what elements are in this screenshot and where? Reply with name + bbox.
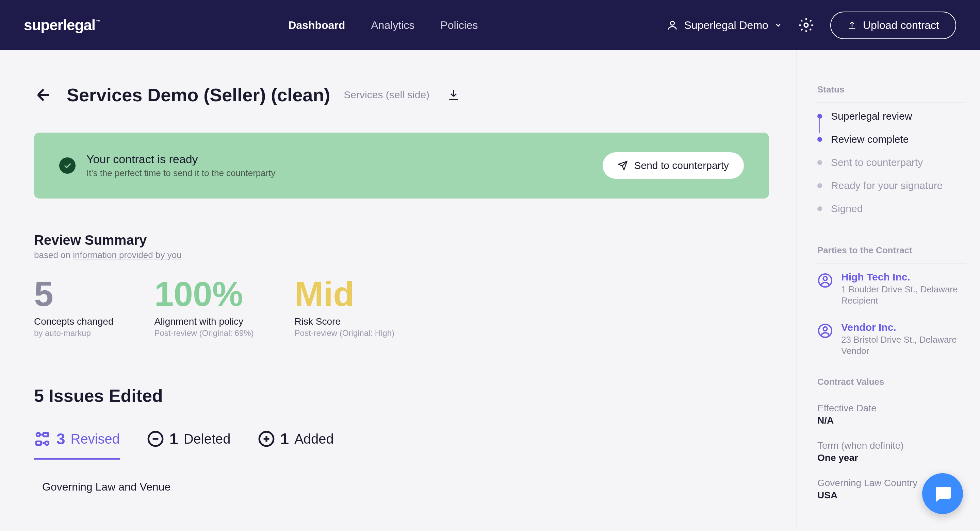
status-signed: Signed: [817, 203, 966, 214]
review-summary: Review Summary based on information prov…: [34, 233, 769, 338]
tab-deleted[interactable]: 1 Deleted: [147, 430, 231, 460]
party-recipient: High Tech Inc. 1 Boulder Drive St., Dela…: [817, 271, 966, 306]
party-icon: [817, 323, 833, 339]
upload-contract-button[interactable]: Upload contract: [830, 11, 956, 39]
settings-icon[interactable]: [798, 17, 814, 33]
info-provided-link[interactable]: information provided by you: [73, 250, 181, 260]
status-list: Superlegal review Review complete Sent t…: [817, 111, 966, 214]
page-subtitle: Services (sell side): [344, 89, 430, 101]
upload-icon: [847, 21, 857, 30]
tab-added[interactable]: 1 Added: [258, 430, 334, 460]
parties-heading: Parties to the Contract: [817, 245, 966, 264]
issue-item[interactable]: Governing Law and Venue: [42, 481, 769, 493]
contract-values-heading: Contract Values: [817, 377, 966, 395]
banner-subtitle: It's the perfect time to send it to the …: [86, 168, 275, 179]
status-ready-signature: Ready for your signature: [817, 180, 966, 192]
banner-title: Your contract is ready: [86, 153, 275, 166]
download-icon[interactable]: [447, 89, 460, 101]
tab-revised[interactable]: 3 Revised: [34, 430, 120, 460]
chat-icon: [932, 483, 953, 504]
status-review-complete: Review complete: [817, 133, 966, 145]
review-summary-sub: based on information provided by you: [34, 250, 769, 260]
metric-risk: Mid Risk Score Post-review (Original: Hi…: [295, 277, 395, 338]
svg-point-4: [45, 441, 48, 445]
issues-edited-heading: 5 Issues Edited: [34, 385, 769, 406]
added-icon: [258, 430, 275, 447]
svg-rect-5: [36, 441, 41, 445]
check-icon: [59, 157, 76, 174]
main-content: Services Demo (Seller) (clean) Services …: [0, 50, 796, 527]
cv-term: Term (when definite) One year: [817, 440, 966, 463]
metric-alignment: 100% Alignment with policy Post-review (…: [154, 277, 254, 338]
user-icon: [667, 19, 678, 31]
svg-point-11: [823, 327, 827, 331]
svg-point-9: [823, 277, 827, 281]
status-heading: Status: [817, 84, 966, 103]
send-icon: [617, 160, 628, 171]
revised-icon: [34, 430, 51, 447]
chevron-down-icon: [775, 21, 782, 29]
svg-point-1: [804, 23, 808, 27]
page-header: Services Demo (Seller) (clean) Services …: [34, 84, 769, 105]
details-sidebar: Status Superlegal review Review complete…: [796, 50, 980, 527]
svg-point-0: [670, 21, 674, 25]
svg-point-2: [37, 433, 40, 436]
status-superlegal-review: Superlegal review: [817, 111, 966, 122]
header-right: Superlegal Demo Upload contract: [667, 11, 956, 39]
nav-dashboard[interactable]: Dashboard: [288, 19, 345, 32]
user-name: Superlegal Demo: [684, 19, 768, 32]
status-sent-counterparty: Sent to counterparty: [817, 157, 966, 168]
app-header: superlegal™ Dashboard Analytics Policies…: [0, 0, 980, 50]
back-arrow-icon[interactable]: [34, 85, 53, 105]
review-summary-heading: Review Summary: [34, 233, 769, 248]
page-title: Services Demo (Seller) (clean): [67, 84, 330, 105]
ready-banner: Your contract is ready It's the perfect …: [34, 133, 769, 198]
svg-rect-3: [43, 433, 48, 436]
brand-logo[interactable]: superlegal™: [24, 17, 100, 34]
issues-tabs: 3 Revised 1 Deleted 1 Added: [34, 430, 769, 460]
cv-effective-date: Effective Date N/A: [817, 403, 966, 426]
send-to-counterparty-button[interactable]: Send to counterparty: [603, 152, 744, 179]
nav-policies[interactable]: Policies: [440, 19, 478, 32]
party-icon: [817, 273, 833, 288]
main-nav: Dashboard Analytics Policies: [288, 19, 478, 32]
party-vendor: Vendor Inc. 23 Bristol Drive St., Delawa…: [817, 322, 966, 356]
nav-analytics[interactable]: Analytics: [371, 19, 414, 32]
user-menu[interactable]: Superlegal Demo: [667, 19, 782, 32]
chat-widget-button[interactable]: [922, 473, 963, 514]
metric-concepts-changed: 5 Concepts changed by auto-markup: [34, 277, 114, 338]
deleted-icon: [147, 430, 164, 447]
